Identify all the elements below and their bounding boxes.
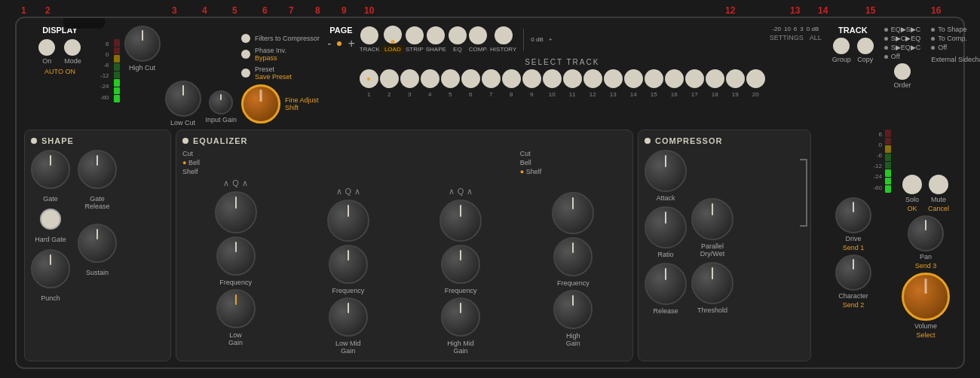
ratio-knob[interactable] [645,206,687,248]
shape-knob-1[interactable] [31,150,70,189]
track-btn-12[interactable] [583,69,602,88]
track-btn-17[interactable] [685,69,704,88]
sustain-knob[interactable] [78,224,117,263]
func-track-button[interactable] [360,26,378,44]
low-cut-knob[interactable] [165,81,201,117]
select-track-label: SELECT TRACK [360,58,765,66]
eq-b4-freq-knob[interactable] [553,237,593,276]
page-plus-button[interactable]: + [348,38,354,50]
phase-inv-toggle[interactable] [241,50,250,59]
svg-text:2: 2 [45,5,51,16]
send2-label: Send 2 [843,301,865,309]
top-notch [63,18,105,29]
track-btn-18[interactable] [706,69,724,88]
solo-mute-row: Solo OK Mute Cancel [902,175,949,212]
filters-to-comp-toggle[interactable] [241,34,250,43]
phase-inv-row: Phase Inv. Bypass [241,47,320,62]
func-strip-button[interactable] [406,26,424,44]
character-knob[interactable] [835,255,871,291]
func-eq-button[interactable] [449,26,467,44]
comp-dot [645,138,651,144]
eq-s-c-label: EQ▶S▶C [891,26,921,33]
release-knob[interactable] [645,263,687,305]
func-history-button[interactable] [495,26,513,44]
eq-b3-hi-mid-knob[interactable] [441,297,480,337]
track-lbl-13: 13 [604,91,623,98]
fine-adjust-knob[interactable] [241,84,280,123]
eq-b2-freq-knob[interactable] [329,245,368,284]
shift-label: Shift [285,104,319,111]
track-btn-7[interactable] [482,69,501,88]
eq-b3-freq-knob[interactable] [441,245,480,284]
attack-knob[interactable] [645,150,687,192]
track-btn-3[interactable] [400,69,419,88]
track-btn-2[interactable] [380,69,399,88]
func-load-button[interactable] [384,26,402,44]
drive-knob[interactable] [835,197,871,233]
func-buttons-row: TRACK LOAD STRIP SHAPE [360,26,765,53]
eq-module: EQUALIZER Cut ● Bell Shelf ∧ Q ∧ [176,130,633,361]
track-btn-19[interactable] [726,69,745,88]
eq-b2-lo-mid-knob[interactable] [329,297,368,337]
threshold-label: Threshold [697,306,727,314]
copy-button[interactable] [857,38,874,54]
track-lbl-11: 11 [563,91,582,98]
send1-label: Send 1 [843,244,865,251]
track-btn-11[interactable] [563,69,582,88]
comp-title: COMPRESSOR [655,136,722,145]
threshold-knob[interactable] [691,262,733,304]
track-lbl-17: 17 [685,91,704,98]
display-mode-button[interactable] [64,39,81,56]
page-minus-button[interactable]: - [327,38,331,50]
s-eq-c-dot [884,46,888,50]
preset-toggle[interactable] [241,69,250,78]
eq-b1-gain-knob[interactable] [215,191,257,233]
punch-knob[interactable] [31,249,70,288]
eq-band-3: ∧ Q ∧ Frequency [408,150,514,355]
parallel-dry-wet-knob[interactable] [691,198,733,240]
track-btn-15[interactable] [645,69,663,88]
order-button[interactable] [894,63,911,80]
func-shape-button[interactable] [427,26,445,44]
display-on-button[interactable] [38,39,55,56]
eq-b4-hi-knob[interactable] [553,290,593,329]
eq-b2-gain-knob[interactable] [327,200,369,242]
shape-title: SHAPE [41,136,74,145]
gate-release-knob[interactable] [78,150,117,189]
solo-button[interactable] [902,175,922,194]
eq-b1-lo-gain-knob[interactable] [216,289,256,328]
db-6-label: 6 [106,39,109,50]
off-label: Off [891,53,900,60]
gr-6-label: 6 [794,26,797,32]
track-btn-13[interactable] [604,69,623,88]
pan-knob[interactable] [908,215,944,251]
eq-b1-freq-knob[interactable] [216,236,256,276]
track-btn-14[interactable] [624,69,643,88]
track-btn-1[interactable] [360,69,378,88]
eq-b3-icon2: Q [458,187,464,197]
svg-text:7: 7 [289,5,294,16]
hard-gate-button[interactable] [40,209,61,230]
track-btn-6[interactable] [461,69,480,88]
eq-b4-gain-knob[interactable] [552,192,594,234]
track-btn-8[interactable] [502,69,521,88]
input-gain-knob[interactable] [209,90,233,114]
track-btn-4[interactable] [421,69,439,88]
group-button[interactable] [833,38,850,54]
track-btn-9[interactable] [522,69,541,88]
eq-s-c-dot [884,28,888,32]
track-btn-16[interactable] [665,69,684,88]
high-cut-knob[interactable] [124,26,161,62]
track-btn-20[interactable] [746,69,765,88]
func-comp-button[interactable] [469,26,487,44]
volume-knob[interactable] [902,273,950,321]
eq-b3-gain-knob[interactable] [439,200,482,242]
mute-button[interactable] [929,175,948,194]
eq-band-4: Cut Bell ● Shelf Frequency [520,150,626,355]
svg-text:10: 10 [364,5,375,16]
group-label: Group [832,56,851,63]
track-lbl-9: 9 [522,91,541,98]
track-btn-5[interactable] [441,69,460,88]
db-plus-indicator: + [549,36,553,43]
track-btn-10[interactable] [543,69,562,88]
